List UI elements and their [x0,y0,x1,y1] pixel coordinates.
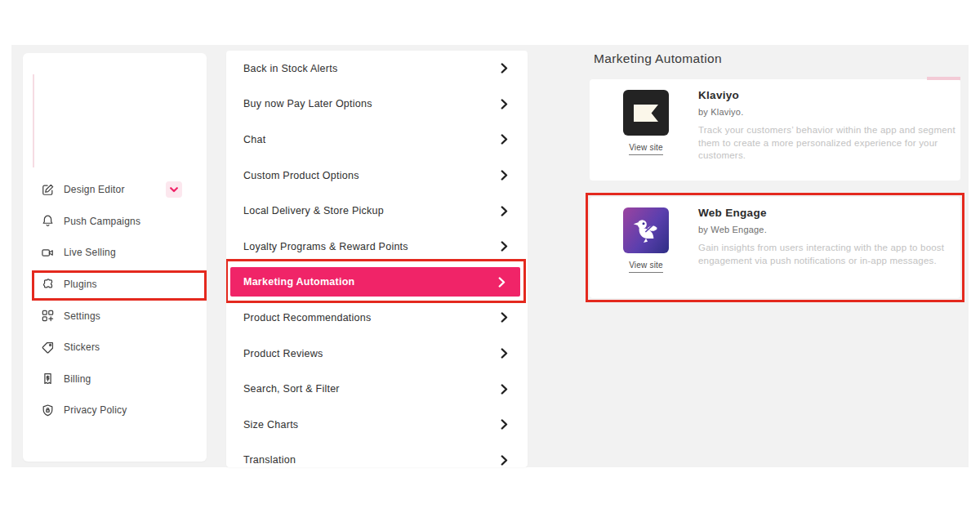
plugin-card-webengage: View site Web Engage by Web Engage. Gain… [590,197,960,298]
category-row-translation[interactable]: Translation [226,443,528,467]
view-site-link[interactable]: View site [629,261,663,273]
webengage-logo [623,207,669,253]
category-label: Product Recommendations [243,312,372,323]
sidebar: Design Editor Push Campaigns Live Sellin… [23,53,207,462]
plugin-card-info: Klaviyo by Klaviyo. Track your customers… [698,89,954,163]
content-area: Design Editor Push Campaigns Live Sellin… [11,45,969,467]
sidebar-item-live-selling[interactable]: Live Selling [23,237,207,269]
category-label: Custom Product Options [243,170,359,181]
bird-icon [630,214,662,247]
category-label: Buy now Pay Later Options [243,98,372,109]
video-camera-icon [40,245,55,260]
sidebar-item-privacy-policy[interactable]: Privacy Policy [23,395,207,426]
klaviyo-flag-icon [634,105,658,122]
category-list-clip: Back in Stock Alerts Buy now Pay Later O… [226,51,528,467]
sidebar-item-push-campaigns[interactable]: Push Campaigns [23,206,207,238]
category-row-loyalty-programs[interactable]: Loyalty Programs & Reward Points [226,229,528,265]
sidebar-item-plugins[interactable]: Plugins [23,269,207,301]
chevron-right-icon [501,455,508,466]
category-row-product-reviews[interactable]: Product Reviews [226,336,528,372]
sidebar-item-settings[interactable]: Settings [23,300,207,332]
sidebar-item-label: Privacy Policy [64,404,127,416]
edit-icon [40,182,55,197]
klaviyo-logo [623,90,669,136]
chevron-right-icon [501,419,508,430]
plugin-description: Track your customers’ behavior within th… [698,124,961,163]
receipt-icon [40,372,55,386]
sidebar-item-design-editor[interactable]: Design Editor [23,174,207,206]
puzzle-icon [40,277,55,292]
tag-icon [40,340,55,355]
category-row-back-in-stock-alerts[interactable]: Back in Stock Alerts [226,51,528,87]
chevron-down-icon[interactable] [166,181,182,198]
bell-icon [40,214,55,229]
chevron-right-icon [501,134,508,145]
chevron-right-icon [501,241,508,252]
plugin-card-info: Web Engage by Web Engage. Gain insights … [698,207,954,267]
sidebar-item-billing[interactable]: Billing [23,364,207,395]
sidebar-item-stickers[interactable]: Stickers [23,332,207,364]
category-row-buy-now-pay-later[interactable]: Buy now Pay Later Options [226,87,528,123]
category-row-custom-product-options[interactable]: Custom Product Options [226,158,528,194]
webengage-logo-column: View site [623,207,669,273]
sidebar-item-label: Settings [64,310,100,322]
sidebar-item-label: Billing [64,373,91,385]
chevron-right-icon [501,384,508,395]
category-row-size-charts[interactable]: Size Charts [226,407,528,443]
category-label: Back in Stock Alerts [243,63,337,74]
chevron-right-icon [501,312,508,323]
plugin-category-list: Back in Stock Alerts Buy now Pay Later O… [226,51,528,467]
category-label: Chat [243,134,265,145]
category-label: Marketing Automation [243,276,354,288]
plugin-author: by Web Engage. [698,225,954,234]
chevron-right-icon [501,170,508,181]
sidebar-item-label: Push Campaigns [64,216,140,227]
plugin-name: Klaviyo [698,89,954,101]
category-row-product-recommendations[interactable]: Product Recommendations [226,300,528,336]
sidebar-item-label: Stickers [64,341,100,353]
chevron-right-icon [501,206,508,216]
category-label: Product Reviews [243,348,323,359]
view-site-link[interactable]: View site [629,143,663,155]
chevron-right-icon [501,348,508,359]
page-title: Marketing Automation [594,51,722,66]
chevron-right-icon [501,99,508,109]
klaviyo-logo-column: View site [623,90,669,155]
plugin-author: by Klaviyo. [698,107,954,117]
sidebar-item-label: Live Selling [64,247,116,258]
category-row-search-sort-filter[interactable]: Search, Sort & Filter [226,371,528,407]
category-row-marketing-automation[interactable]: Marketing Automation [226,265,528,301]
logo-placeholder [33,74,34,167]
plugin-name: Web Engage [698,207,954,219]
chevron-right-icon [501,63,508,74]
category-row-local-delivery[interactable]: Local Delivery & Store Pickup [226,193,528,229]
category-label: Size Charts [243,419,298,430]
category-row-chat[interactable]: Chat [226,122,528,158]
grid-plus-icon [40,309,55,323]
chevron-right-icon [498,277,506,288]
sidebar-nav: Design Editor Push Campaigns Live Sellin… [23,174,207,426]
category-label: Local Delivery & Store Pickup [243,205,384,216]
sidebar-item-label: Plugins [64,279,97,290]
plugin-description: Gain insights from users interacting wit… [698,242,976,267]
category-label: Search, Sort & Filter [243,383,340,395]
plugin-card-klaviyo: View site Klaviyo by Klaviyo. Track your… [590,79,960,181]
scrollbar-fragment[interactable] [927,77,960,80]
shield-lock-icon [40,403,55,417]
category-label: Loyalty Programs & Reward Points [243,241,408,252]
category-label: Translation [243,454,296,466]
sidebar-item-label: Design Editor [64,184,125,195]
